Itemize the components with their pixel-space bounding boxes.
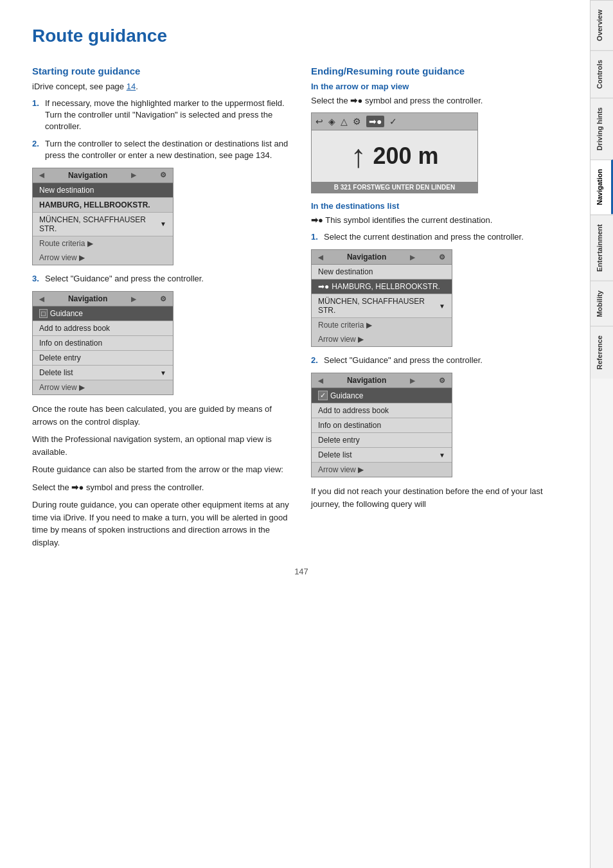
toolbar-check-icon: ✓ (389, 116, 397, 127)
nav-box-2: ◀ Navigation ▶ ⚙ □ Guidance Add to addre… (32, 291, 173, 395)
right-nav-box-2-header: ◀ Navigation ▶ ⚙ (312, 373, 452, 388)
step-2: 2. Turn the controller to select the des… (32, 138, 292, 161)
right-step-1-num: 1. (311, 231, 320, 243)
toolbar-back-icon: ↩ (315, 116, 323, 127)
right-nav-box-2-title: Navigation (347, 376, 386, 385)
toolbar-triangle-icon: △ (341, 116, 348, 127)
sidebar-tab-entertainment[interactable]: Entertainment (591, 215, 613, 281)
nav-item-guidance-1: □ Guidance (33, 306, 173, 321)
right-step-2-num: 2. (311, 355, 320, 366)
arrow-view-display: ↑ 200 m (312, 130, 477, 182)
nav-item-delete-entry-1: Delete entry (33, 351, 173, 366)
nav-item-new-dest: New destination (33, 183, 173, 198)
arrow-view-box: ↩ ◈ △ ⚙ ➡● ✓ ↑ 200 m B 321 FORSTWEG UNTE… (311, 112, 478, 193)
right-nav-box-1: ◀ Navigation ▶ ⚙ New destination ➡● HAMB… (311, 249, 452, 347)
right-step-1-text: Select the current destination and press… (324, 231, 524, 243)
nav-item-delete-list-1: Delete list ▼ (33, 366, 173, 380)
right-nav-item-new-dest: New destination (312, 265, 452, 279)
nav-item-munchen: MÜNCHEN, SCHAFFHAUSER STR. ▼ (33, 213, 173, 236)
page-link-134[interactable]: 134 (256, 150, 270, 160)
page-number: 147 (32, 567, 571, 576)
right-nav-item-info-dest: Info on destination (312, 418, 452, 433)
step-3-text: Select "Guidance" and press the controll… (45, 273, 204, 285)
nav-box-2-title: Navigation (68, 294, 107, 303)
right-column: Ending/Resuming route guidance In the ar… (311, 66, 571, 554)
body-text-3: Route guidance can also be started from … (32, 463, 292, 476)
right-step-1: 1. Select the current destination and pr… (311, 231, 571, 243)
destinations-symbol-note: ➡● This symbol identifies the current de… (311, 214, 571, 227)
idrive-note: iDrive concept, see page 14. (32, 82, 292, 91)
step-1-text: If necessary, move the highlighted marke… (45, 98, 292, 133)
body-text-1: Once the route has been calculated, you … (32, 403, 292, 428)
sidebar-tab-controls[interactable]: Controls (591, 50, 613, 98)
right-nav-item-guidance: ✓ Guidance (312, 388, 452, 403)
nav-box-1-header: ◀ Navigation ▶ ⚙ (33, 168, 173, 183)
toolbar-volume-icon: ◈ (328, 116, 335, 127)
body-text-5: During route guidance, you can operate o… (32, 499, 292, 549)
right-nav-box-2: ◀ Navigation ▶ ⚙ ✓ Guidance Add to addre… (311, 373, 452, 477)
page-title: Route guidance (32, 26, 571, 46)
arrow-map-view-text: Select the ➡● symbol and press the contr… (311, 94, 571, 107)
right-nav-box-1-arrow-view: Arrow view ▶ (312, 332, 452, 346)
sidebar-tab-navigation[interactable]: Navigation (591, 159, 613, 214)
arrow-view-toolbar: ↩ ◈ △ ⚙ ➡● ✓ (312, 113, 477, 130)
sidebar-tab-mobility[interactable]: Mobility (591, 281, 613, 326)
body-text-2: With the Professional navigation system,… (32, 433, 292, 458)
right-section-heading: Ending/Resuming route guidance (311, 66, 571, 76)
right-step-2-text: Select "Guidance" and press the controll… (324, 355, 483, 366)
nav-box-1-arrow-view: Arrow view ▶ (33, 251, 173, 265)
nav-item-info-dest-1: Info on destination (33, 336, 173, 351)
right-nav-box-1-title: Navigation (347, 252, 386, 261)
toolbar-route-icon: ➡● (366, 116, 384, 127)
road-label: B 321 FORSTWEG UNTER DEN LINDEN (312, 182, 477, 193)
sidebar-tab-driving-hints[interactable]: Driving hints (591, 98, 613, 159)
step-1: 1. If necessary, move the highlighted ma… (32, 98, 292, 133)
toolbar-gear-icon: ⚙ (353, 116, 361, 127)
destinations-list-heading: In the destinations list (311, 201, 571, 211)
step-3: 3. Select "Guidance" and press the contr… (32, 273, 292, 285)
right-nav-item-hamburg: ➡● HAMBURG, HELLBROOKSTR. (312, 279, 452, 294)
body-text-4: Select the ➡● symbol and press the contr… (32, 481, 292, 494)
nav-box-2-arrow-view: Arrow view ▶ (33, 380, 173, 394)
main-content: Route guidance Starting route guidance i… (0, 0, 590, 868)
step-2-num: 2. (32, 138, 41, 161)
nav-box-1-title: Navigation (68, 171, 107, 180)
right-nav-item-munchen: MÜNCHEN, SCHAFFHAUSER STR. ▼ (312, 294, 452, 318)
right-nav-box-1-route-criteria: Route criteria ▶ (312, 318, 452, 332)
step-2-text: Turn the controller to select the destin… (45, 138, 292, 161)
nav-box-1-route-criteria: Route criteria ▶ (33, 236, 173, 251)
step-1-num: 1. (32, 98, 41, 133)
distance-display: 200 m (373, 143, 438, 170)
nav-box-1: ◀ Navigation ▶ ⚙ New destination HAMBURG… (32, 168, 173, 265)
direction-arrow: ↑ (350, 140, 366, 172)
ending-text: If you did not reach your destination be… (311, 485, 571, 510)
sidebar-tab-overview[interactable]: Overview (591, 0, 613, 50)
right-steps-list-2: 2. Select "Guidance" and press the contr… (311, 355, 571, 366)
page-link-14[interactable]: 14 (127, 82, 136, 91)
two-column-layout: Starting route guidance iDrive concept, … (32, 66, 571, 554)
right-nav-box-2-arrow-view: Arrow view ▶ (312, 463, 452, 477)
right-nav-box-1-header: ◀ Navigation ▶ ⚙ (312, 250, 452, 265)
nav-box-2-header: ◀ Navigation ▶ ⚙ (33, 292, 173, 306)
right-steps-list-1: 1. Select the current destination and pr… (311, 231, 571, 243)
steps-list-2: 3. Select "Guidance" and press the contr… (32, 273, 292, 285)
right-step-2: 2. Select "Guidance" and press the contr… (311, 355, 571, 366)
right-nav-item-delete-list: Delete list ▼ (312, 448, 452, 463)
steps-list-1: 1. If necessary, move the highlighted ma… (32, 98, 292, 161)
arrow-map-view-heading: In the arrow or map view (311, 82, 571, 91)
nav-item-hamburg: HAMBURG, HELLBROOKSTR. (33, 198, 173, 213)
sidebar-tab-reference[interactable]: Reference (591, 326, 613, 378)
step-3-num: 3. (32, 273, 41, 285)
left-section-heading: Starting route guidance (32, 66, 292, 76)
right-nav-item-add-address: Add to address book (312, 403, 452, 418)
left-column: Starting route guidance iDrive concept, … (32, 66, 292, 554)
right-nav-item-delete-entry: Delete entry (312, 433, 452, 448)
nav-item-add-address-1: Add to address book (33, 321, 173, 336)
sidebar: Overview Controls Driving hints Navigati… (590, 0, 613, 868)
